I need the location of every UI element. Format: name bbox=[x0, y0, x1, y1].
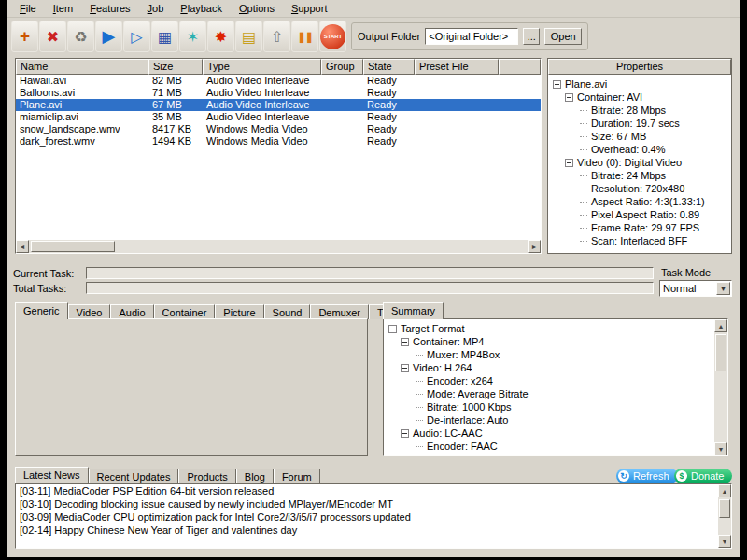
scroll-left-icon[interactable] bbox=[16, 240, 29, 253]
expander-icon[interactable] bbox=[388, 325, 397, 333]
refresh-button[interactable]: ↻ Refresh bbox=[616, 469, 678, 483]
tab-picture[interactable]: Picture bbox=[215, 304, 263, 319]
tree-leaf[interactable]: Muxer: MP4Box bbox=[387, 348, 726, 361]
tree-leaf[interactable]: Frame Rate: 29.97 FPS bbox=[551, 221, 729, 234]
expander-icon[interactable] bbox=[401, 338, 409, 346]
vscroll-thumb[interactable] bbox=[715, 334, 726, 371]
vscroll-thumb[interactable] bbox=[719, 499, 730, 518]
add-file-icon[interactable]: + bbox=[11, 21, 38, 52]
tab-sound[interactable]: Sound bbox=[264, 304, 311, 319]
file-list-hscrollbar[interactable] bbox=[16, 240, 541, 253]
scroll-down-icon[interactable] bbox=[714, 442, 727, 455]
tree-node[interactable]: Audio: LC-AAC bbox=[387, 427, 726, 440]
tab-demuxer[interactable]: Demuxer bbox=[310, 304, 369, 319]
task-mode-dropdown[interactable]: Normal bbox=[659, 280, 732, 297]
expander-icon[interactable] bbox=[565, 159, 573, 167]
tree-leaf[interactable]: Bitrate: 24 Mbps bbox=[551, 169, 729, 182]
tree-node[interactable]: Container: MP4 bbox=[387, 335, 726, 348]
column-header-state[interactable]: State bbox=[363, 59, 415, 75]
scroll-down-icon[interactable] bbox=[718, 535, 731, 548]
tree-leaf[interactable]: Encoder: x264 bbox=[387, 374, 726, 387]
tree-node[interactable]: Video (0): Digital Video bbox=[551, 156, 729, 169]
menu-job[interactable]: Job bbox=[139, 1, 173, 16]
menu-playback[interactable]: Playback bbox=[172, 1, 231, 16]
scroll-right-icon[interactable] bbox=[528, 240, 541, 253]
tree-leaf[interactable]: Encoder: FAAC bbox=[387, 440, 726, 453]
clear-list-icon[interactable]: ♻ bbox=[67, 21, 94, 52]
expander-icon[interactable] bbox=[553, 80, 561, 89]
tree-leaf[interactable]: Duration: 19.7 secs bbox=[551, 117, 729, 130]
tree-node[interactable]: Plane.avi bbox=[551, 77, 729, 91]
menu-support[interactable]: Support bbox=[283, 1, 336, 16]
start-transcoding-icon[interactable]: ▶ bbox=[95, 21, 122, 52]
menu-file[interactable]: File bbox=[11, 1, 45, 16]
tab-forum[interactable]: Forum bbox=[274, 469, 320, 483]
tab-recent-updates[interactable]: Recent Updates bbox=[89, 469, 179, 483]
play-file-icon[interactable]: ▷ bbox=[123, 21, 150, 52]
scroll-up-icon[interactable] bbox=[718, 484, 731, 497]
analyze-file-icon[interactable]: ▦ bbox=[151, 21, 178, 52]
file-row[interactable]: miamiclip.avi 35 MB Audio Video Interlea… bbox=[16, 111, 541, 123]
column-header-preset-file[interactable]: Preset File bbox=[415, 59, 499, 75]
remove-file-icon[interactable]: ✖ bbox=[39, 21, 66, 52]
column-header-size[interactable]: Size bbox=[148, 59, 203, 75]
menu-options[interactable]: Options bbox=[231, 1, 283, 16]
column-header-name[interactable]: Name bbox=[16, 59, 148, 75]
tree-leaf[interactable]: Bitrate: 1000 Kbps bbox=[387, 400, 726, 413]
tree-label: Resolution: 720x480 bbox=[591, 183, 684, 194]
chevron-down-icon[interactable] bbox=[716, 282, 730, 295]
tab-blog[interactable]: Blog bbox=[236, 469, 274, 483]
tab-products[interactable]: Products bbox=[178, 469, 235, 483]
effects-icon[interactable]: ✶ bbox=[179, 21, 206, 52]
pause-icon[interactable]: ❚❚ bbox=[291, 21, 318, 52]
export-icon[interactable]: ⇧ bbox=[263, 21, 290, 52]
news-item[interactable]: [03-09] MediaCoder CPU optimization pack… bbox=[16, 511, 731, 524]
hscroll-thumb[interactable] bbox=[31, 241, 115, 252]
news-item[interactable]: [03-11] MediaCoder PSP Edition 64-bit ve… bbox=[16, 484, 731, 497]
tab-container[interactable]: Container bbox=[154, 304, 216, 319]
tree-leaf[interactable]: Pixel Aspect Ratio: 0.89 bbox=[551, 208, 729, 221]
expander-icon[interactable] bbox=[401, 364, 409, 372]
start-button-icon[interactable]: START bbox=[319, 21, 346, 52]
donate-button[interactable]: $ Donate bbox=[674, 469, 732, 483]
column-header-group[interactable]: Group bbox=[321, 59, 363, 75]
file-row[interactable]: Plane.avi 67 MB Audio Video Interleave R… bbox=[16, 99, 541, 111]
tree-leaf[interactable]: De-interlace: Auto bbox=[387, 413, 726, 427]
menu-item[interactable]: Item bbox=[45, 1, 81, 16]
tree-node[interactable]: Video: H.264 bbox=[387, 361, 726, 374]
tree-leaf[interactable]: Bitrate: 28 Mbps bbox=[551, 104, 729, 117]
tab-audio[interactable]: Audio bbox=[110, 304, 153, 319]
news-item[interactable]: [02-14] Happy Chinese New Year of Tiger … bbox=[16, 524, 731, 537]
properties-header[interactable]: Properties bbox=[548, 59, 731, 75]
expander-icon[interactable] bbox=[401, 429, 409, 438]
tab-latest-news[interactable]: Latest News bbox=[15, 467, 89, 483]
tree-leaf[interactable]: Overhead: 0.4% bbox=[551, 143, 729, 156]
file-row[interactable]: dark_forest.wmv 1494 KB Windows Media Vi… bbox=[16, 135, 541, 147]
file-size: 71 MB bbox=[148, 87, 203, 99]
file-row[interactable]: snow_landscape.wmv 8417 KB Windows Media… bbox=[16, 123, 541, 135]
tree-leaf[interactable]: Aspect Ratio: 4:3(1.33:1) bbox=[551, 195, 729, 208]
tree-leaf[interactable]: Resolution: 720x480 bbox=[551, 182, 729, 195]
stop-icon[interactable]: ✸ bbox=[207, 21, 234, 52]
menu-features[interactable]: Features bbox=[81, 1, 138, 16]
summary-vscrollbar[interactable] bbox=[714, 319, 727, 455]
news-vscrollbar[interactable] bbox=[718, 484, 731, 548]
tree-leaf[interactable]: Scan: Interlaced BFF bbox=[551, 234, 729, 247]
news-item[interactable]: [03-10] Decoding blocking issue caused b… bbox=[16, 497, 731, 511]
file-row[interactable]: Balloons.avi 71 MB Audio Video Interleav… bbox=[16, 87, 541, 99]
tree-node[interactable]: Container: AVI bbox=[551, 91, 729, 104]
tab-summary[interactable]: Summary bbox=[383, 302, 444, 319]
log-icon[interactable]: ▤ bbox=[235, 21, 262, 52]
file-row[interactable]: Hawaii.avi 82 MB Audio Video Interleave … bbox=[16, 75, 541, 87]
open-button[interactable]: Open bbox=[544, 28, 582, 45]
tree-leaf[interactable]: Size: 67 MB bbox=[551, 130, 729, 143]
tab-video[interactable]: Video bbox=[68, 304, 111, 319]
tab-generic[interactable]: Generic bbox=[15, 302, 68, 319]
column-header-type[interactable]: Type bbox=[203, 59, 321, 75]
output-folder-field[interactable]: <Original Folder> bbox=[425, 28, 518, 45]
tree-leaf[interactable]: Mode: Average Bitrate bbox=[387, 387, 726, 400]
expander-icon[interactable] bbox=[565, 93, 573, 102]
browse-ellipsis-button[interactable]: ... bbox=[523, 28, 540, 45]
tree-node[interactable]: Target Format bbox=[387, 322, 726, 335]
scroll-up-icon[interactable] bbox=[714, 319, 727, 332]
